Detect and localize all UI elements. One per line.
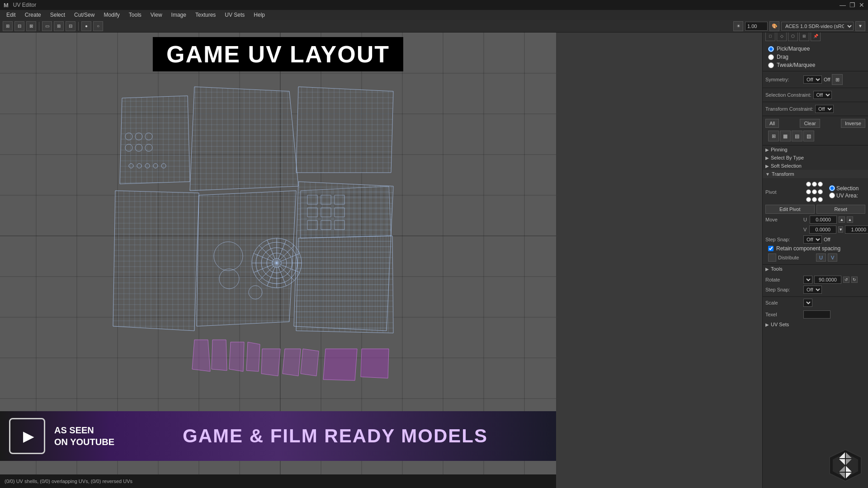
- menu-uvsets[interactable]: UV Sets: [221, 11, 248, 19]
- mode-icon-1[interactable]: ⊞: [768, 131, 779, 141]
- distribute-icon[interactable]: [768, 253, 776, 262]
- pivot-radio-6[interactable]: [818, 189, 823, 194]
- toolbar-icon-8[interactable]: ○: [93, 21, 103, 31]
- soft-selection-header[interactable]: ▶ Soft Selection: [763, 162, 868, 170]
- close-button[interactable]: ✕: [859, 1, 864, 9]
- pivot-radio-5[interactable]: [812, 189, 817, 194]
- step-snap-row: Step Snap: Off Off: [765, 235, 865, 244]
- menu-cutsew[interactable]: Cut/Sew: [71, 11, 98, 19]
- menu-view[interactable]: View: [147, 11, 166, 19]
- move-v-down[interactable]: ▼: [838, 226, 843, 233]
- pivot-radio-2[interactable]: [812, 182, 817, 187]
- rotate-input[interactable]: [814, 276, 841, 284]
- uv-sets-header[interactable]: ▶ UV Sets: [763, 320, 868, 328]
- edit-pivot-button[interactable]: Edit Pivot: [765, 205, 815, 214]
- right-panel: UV Toolkit Options Help 1 object selecte…: [762, 10, 868, 488]
- pivot-selection-radio[interactable]: [829, 185, 835, 191]
- minimize-button[interactable]: —: [840, 1, 846, 9]
- rotate-section: Rotate ▸ ↺ ↻ Step Snap: Off: [763, 273, 868, 297]
- move-u-input[interactable]: [810, 216, 837, 224]
- toolbar-icon-6[interactable]: ⊟: [66, 21, 75, 31]
- menu-modify[interactable]: Modify: [100, 11, 123, 19]
- scale-dropdown[interactable]: ▸: [803, 299, 812, 307]
- uv-shape-cube[interactable]: ⬡: [788, 31, 798, 41]
- pivot-radio-8[interactable]: [812, 197, 817, 202]
- reset-button[interactable]: Reset: [816, 205, 866, 214]
- toolbar-icon-4[interactable]: ▭: [42, 21, 52, 31]
- exposure-icon[interactable]: ☀: [733, 21, 743, 31]
- toolbar-icon-5[interactable]: ⊞: [54, 21, 64, 31]
- all-button[interactable]: All: [765, 119, 779, 128]
- pick-marquee-radio[interactable]: [768, 46, 774, 52]
- drag-radio[interactable]: [768, 54, 774, 60]
- menu-textures[interactable]: Textures: [192, 11, 219, 19]
- rotate-ccw[interactable]: ↺: [843, 277, 849, 283]
- toolbar-icon-1[interactable]: ⊞: [3, 21, 13, 31]
- color-profile-dropdown[interactable]: ACES 1.0 SDR-video (sRGB): [781, 22, 854, 31]
- brand-logo: [827, 447, 863, 483]
- step-snap-dropdown[interactable]: Off: [803, 235, 822, 244]
- window-controls[interactable]: — ❐ ✕: [840, 1, 864, 9]
- rotate-dropdown[interactable]: ▸: [803, 276, 812, 284]
- rotate-step-snap-dropdown[interactable]: Off: [803, 286, 822, 294]
- pinning-section-header[interactable]: ▶ Pinning: [763, 145, 868, 154]
- tools-section-header[interactable]: ▶ Tools: [763, 265, 868, 273]
- uv-sets-arrow-icon: ▶: [765, 322, 769, 327]
- symmetry-icon[interactable]: ⊞: [832, 74, 843, 85]
- menu-create[interactable]: Create: [21, 11, 45, 19]
- uv-shape-pin[interactable]: 📌: [811, 31, 821, 41]
- move-u-up2[interactable]: ▲: [847, 216, 853, 223]
- selection-constraint-dropdown[interactable]: Off: [813, 91, 832, 99]
- mode-icon-3[interactable]: ▤: [792, 131, 802, 141]
- menu-image[interactable]: Image: [168, 11, 190, 19]
- menu-tools[interactable]: Tools: [125, 11, 145, 19]
- select-by-type-header[interactable]: ▶ Select By Type: [763, 154, 868, 162]
- step-snap-value: Off: [824, 237, 830, 242]
- transform-constraint-dropdown[interactable]: Off: [815, 105, 834, 113]
- rotate-cw[interactable]: ↻: [851, 277, 858, 283]
- mode-icon-2[interactable]: ▦: [780, 131, 791, 141]
- texel-input[interactable]: [803, 310, 830, 319]
- move-scale-input[interactable]: [845, 225, 868, 234]
- tools-arrow-icon: ▶: [765, 267, 769, 272]
- tweak-marquee-radio[interactable]: [768, 62, 774, 68]
- select-by-type-label: Select By Type: [771, 155, 804, 160]
- transform-section-header[interactable]: ▼ Transform: [763, 170, 868, 178]
- move-v-input[interactable]: [809, 225, 836, 234]
- distribute-v-button[interactable]: V: [828, 253, 837, 262]
- inverse-button[interactable]: Inverse: [841, 119, 865, 128]
- uv-shape-diamond[interactable]: ◇: [777, 31, 787, 41]
- move-u-up[interactable]: ▲: [839, 216, 845, 223]
- symmetry-dropdown[interactable]: Off: [803, 75, 822, 84]
- menu-edit[interactable]: Edit: [3, 11, 19, 19]
- exposure-input[interactable]: [745, 22, 768, 31]
- color-profile-icon[interactable]: 🎨: [769, 21, 779, 31]
- pivot-selection-label: Selection: [836, 185, 859, 192]
- uv-viewport[interactable]: GAME UV LAYOUT AS SEEN ON YOUTUBE GAME &…: [0, 33, 556, 474]
- pivot-radio-7[interactable]: [806, 197, 811, 202]
- clear-button[interactable]: Clear: [800, 119, 820, 128]
- mode-icon-4[interactable]: ▧: [803, 131, 814, 141]
- pivot-radio-9[interactable]: [818, 197, 823, 202]
- status-text: (0/0) UV shells, (0/0) overlapping UVs, …: [5, 479, 132, 484]
- menu-select[interactable]: Select: [47, 11, 69, 19]
- pivot-radio-1[interactable]: [806, 182, 811, 187]
- play-button[interactable]: [9, 418, 45, 454]
- uv-shape-grid[interactable]: ⊞: [799, 31, 809, 41]
- toolbar-icon-7[interactable]: ●: [81, 21, 91, 31]
- toolbar-icon-expand[interactable]: ▼: [855, 21, 865, 31]
- uv-shape-square[interactable]: □: [765, 31, 775, 41]
- transform-constraint-row: Transform Constraint: Off: [765, 104, 865, 114]
- pivot-uvarea-radio[interactable]: [829, 192, 835, 198]
- menu-help[interactable]: Help: [250, 11, 269, 19]
- toolbar-icon-2[interactable]: ⊟: [14, 21, 24, 31]
- pivot-radio-3[interactable]: [818, 182, 823, 187]
- distribute-u-button[interactable]: U: [816, 253, 826, 262]
- rotate-step-snap-label: Step Snap:: [765, 287, 802, 292]
- pivot-radio-4[interactable]: [806, 189, 811, 194]
- toolbar-icon-3[interactable]: ⊠: [26, 21, 36, 31]
- symmetry-section: Symmetry: Off Off ⊞: [763, 71, 868, 88]
- maximize-button[interactable]: ❐: [849, 1, 855, 9]
- pivot-label: Pivot: [765, 189, 802, 195]
- retain-spacing-checkbox[interactable]: [768, 246, 774, 251]
